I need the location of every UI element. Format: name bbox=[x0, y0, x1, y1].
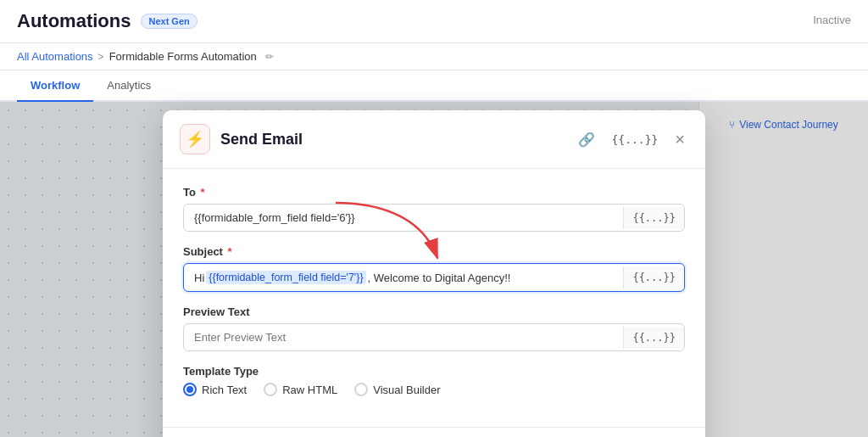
to-merge-btn[interactable]: {{...}} bbox=[623, 207, 684, 229]
preview-text-input-wrapper: {{...}} bbox=[183, 323, 685, 351]
modal-link-btn[interactable]: 🔗 bbox=[575, 128, 598, 151]
modal-backdrop: ⚡ Send Email 🔗 {{...}} × bbox=[0, 102, 868, 437]
preview-text-merge-btn[interactable]: {{...}} bbox=[623, 327, 684, 349]
to-field-group: To * {{...}} bbox=[183, 186, 685, 232]
modal-title: Send Email bbox=[220, 131, 565, 148]
top-header: Automations Next Gen Inactive bbox=[0, 0, 868, 43]
radio-rich-text[interactable]: Rich Text bbox=[183, 383, 247, 396]
close-icon: × bbox=[675, 130, 685, 148]
page-background: Automations Next Gen Inactive All Automa… bbox=[0, 0, 868, 437]
template-type-label: Template Type bbox=[183, 365, 685, 378]
subject-prefix: Hi bbox=[194, 272, 204, 284]
modal-body: To * {{...}} Subject * bbox=[163, 169, 705, 427]
modal-header: ⚡ Send Email 🔗 {{...}} × bbox=[163, 110, 705, 169]
subject-required-marker: * bbox=[228, 245, 232, 258]
radio-raw-html[interactable]: Raw HTML bbox=[264, 383, 337, 396]
modal-merge-btn[interactable]: {{...}} bbox=[609, 130, 662, 149]
breadcrumb: All Automations > Formidable Forms Autom… bbox=[0, 43, 868, 70]
page-title: Automations bbox=[17, 10, 131, 32]
breadcrumb-separator: > bbox=[98, 51, 104, 63]
subject-suffix: , Welcome to Digital Agency!! bbox=[368, 272, 511, 284]
to-label: To * bbox=[183, 186, 685, 199]
send-email-modal: ⚡ Send Email 🔗 {{...}} × bbox=[163, 110, 705, 437]
subject-merge-btn[interactable]: {{...}} bbox=[623, 266, 684, 289]
merge-code-icon: {{...}} bbox=[612, 133, 659, 146]
tabs-bar: Workflow Analytics bbox=[0, 70, 868, 102]
template-type-radio-group: Rich Text Raw HTML Visual Builder bbox=[183, 383, 685, 396]
inactive-badge: Inactive bbox=[813, 14, 851, 26]
link-icon: 🔗 bbox=[578, 132, 595, 148]
subject-label: Subject * bbox=[183, 245, 685, 258]
tab-workflow[interactable]: Workflow bbox=[17, 70, 93, 102]
nextgen-badge: Next Gen bbox=[141, 14, 197, 29]
modal-header-actions: 🔗 {{...}} × bbox=[575, 127, 688, 151]
modal-send-email-icon: ⚡ bbox=[180, 124, 210, 154]
lightning-icon: ⚡ bbox=[186, 130, 204, 148]
to-input[interactable] bbox=[184, 204, 623, 231]
subject-token: {{formidable_form_field field='7'}} bbox=[206, 271, 365, 284]
subject-field-group: Subject * Hi {{formidable_form_field fie… bbox=[183, 245, 685, 292]
to-input-wrapper: {{...}} bbox=[183, 204, 685, 232]
modal-footer: ⊞ Merge Tags 🔗 Link Triggers ▦ Templates bbox=[163, 427, 705, 437]
radio-visual-builder[interactable]: Visual Builder bbox=[354, 383, 440, 396]
breadcrumb-current: Formidable Forms Automation bbox=[109, 50, 257, 63]
subject-field-content[interactable]: Hi {{formidable_form_field field='7'}} ,… bbox=[184, 264, 623, 291]
subject-input-wrapper[interactable]: Hi {{formidable_form_field field='7'}} ,… bbox=[183, 263, 685, 292]
edit-icon[interactable]: ✏ bbox=[265, 51, 274, 63]
tab-analytics[interactable]: Analytics bbox=[93, 70, 164, 102]
main-content: ⑂ View Contact Journey ⚡ Send Email 🔗 bbox=[0, 102, 868, 437]
template-type-group: Template Type Rich Text Raw HTML bbox=[183, 365, 685, 396]
preview-text-input[interactable] bbox=[184, 324, 623, 350]
to-required-marker: * bbox=[201, 186, 205, 199]
modal-close-button[interactable]: × bbox=[671, 127, 688, 151]
radio-rich-text-circle bbox=[183, 383, 197, 396]
radio-raw-html-circle bbox=[264, 383, 277, 396]
radio-visual-builder-circle bbox=[354, 383, 368, 396]
breadcrumb-all-automations[interactable]: All Automations bbox=[17, 50, 93, 63]
preview-text-label: Preview Text bbox=[183, 305, 685, 318]
preview-text-field-group: Preview Text {{...}} bbox=[183, 305, 685, 351]
